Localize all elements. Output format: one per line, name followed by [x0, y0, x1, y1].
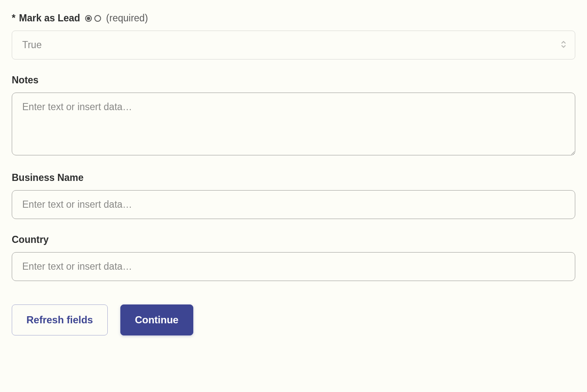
mark-as-lead-radio-group	[85, 15, 101, 22]
notes-label: Notes	[12, 75, 575, 86]
required-text: (required)	[106, 13, 148, 24]
notes-field: Notes	[12, 75, 575, 157]
button-row: Refresh fields Continue	[12, 304, 575, 335]
business-name-input[interactable]	[12, 190, 575, 219]
country-label: Country	[12, 234, 575, 245]
required-star: * Mark as Lead	[12, 13, 80, 24]
business-name-field: Business Name	[12, 172, 575, 219]
refresh-fields-button[interactable]: Refresh fields	[12, 304, 108, 335]
continue-button[interactable]: Continue	[120, 304, 193, 335]
country-input[interactable]	[12, 252, 575, 281]
mark-as-lead-field: * Mark as Lead (required) True	[12, 13, 575, 59]
radio-option-unselected[interactable]	[94, 15, 101, 22]
business-name-label: Business Name	[12, 172, 575, 183]
radio-option-selected[interactable]	[85, 15, 92, 22]
notes-input[interactable]	[12, 93, 575, 155]
country-field: Country	[12, 234, 575, 281]
mark-as-lead-label-row: * Mark as Lead (required)	[12, 13, 575, 24]
mark-as-lead-select-wrap: True	[12, 31, 575, 59]
mark-as-lead-select[interactable]: True	[12, 31, 575, 59]
mark-as-lead-label: Mark as Lead	[19, 13, 80, 23]
